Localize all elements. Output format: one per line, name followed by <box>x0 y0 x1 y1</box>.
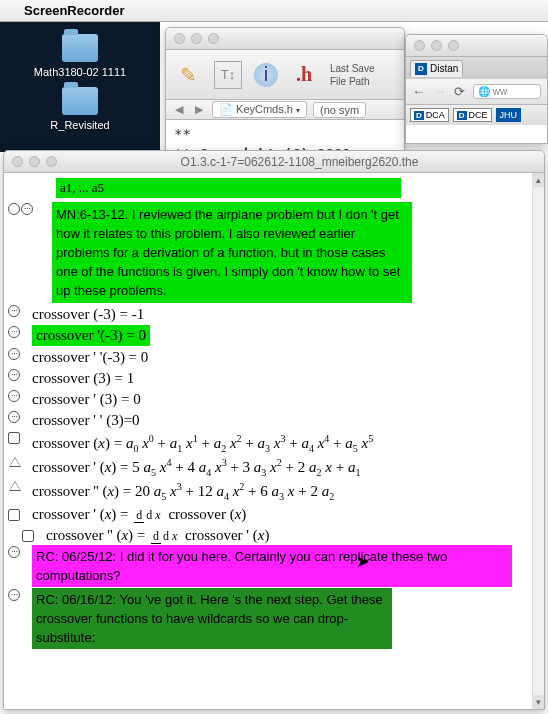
comment-icon[interactable] <box>21 203 33 215</box>
last-saved-label: Last Save <box>330 62 374 75</box>
menubar: ScreenRecorder <box>0 0 548 22</box>
folder-icon <box>62 34 98 62</box>
triangle-icon[interactable] <box>8 456 22 468</box>
editor-window: ✎ T↕ i .h Last Save File Path ◀ ▶ 📄 KeyC… <box>165 27 405 152</box>
editor-navbar: ◀ ▶ 📄 KeyCmds.h ▾ (no sym <box>166 100 404 120</box>
document-window: O1.3.c-1-7=062612-1108_mneiberg2620.the … <box>3 150 545 710</box>
forward-icon[interactable]: ▶ <box>192 103 206 116</box>
browser-window: D Distan ← → ⟳ 🌐 ww DDCA DDCE JHU <box>405 34 548 144</box>
site-icon: D <box>415 63 427 75</box>
comment-icon[interactable] <box>8 369 20 381</box>
comment-icon[interactable] <box>8 546 20 558</box>
browser-nav: ← → ⟳ 🌐 ww <box>406 79 547 105</box>
desktop-folder-r[interactable]: R_Revisited <box>30 87 130 132</box>
text-tool-icon[interactable]: T↕ <box>214 61 242 89</box>
equation-deriv2: crossover '' (x) = 20 a5 x3 + 12 a4 x2 +… <box>32 479 334 502</box>
note-rc2: RC: 06/16/12: You 've got it. Here 's th… <box>32 588 392 649</box>
comment-icon[interactable] <box>8 305 20 317</box>
checkbox-icon[interactable] <box>8 509 20 521</box>
equation-deriv1: crossover ' (x) = 5 a5 x4 + 4 a4 x3 + 3 … <box>32 455 360 478</box>
equation-rel2: crossover '' (x) = dd x crossover ' (x) <box>46 525 269 544</box>
bookmark-jhu[interactable]: JHU <box>496 108 522 122</box>
edit-icon[interactable]: ✎ <box>174 61 202 89</box>
browser-tabs: D Distan <box>406 57 547 79</box>
comment-icon[interactable] <box>8 348 20 360</box>
comment-icon[interactable] <box>8 589 20 601</box>
document-body[interactable]: a1, ... a5 MN:6-13-12. I reviewed the ai… <box>4 173 544 709</box>
bullet-icon[interactable] <box>8 203 20 215</box>
equation-line: crossover ' ' (3)=0 <box>32 410 140 429</box>
titlebar[interactable] <box>406 35 547 57</box>
equation-line: crossover ' '(-3) = 0 <box>32 347 148 366</box>
equation-poly: crossover (x) = a0 x0 + a1 x1 + a2 x2 + … <box>32 431 373 454</box>
back-icon[interactable]: ← <box>412 84 425 99</box>
comment-icon[interactable] <box>8 390 20 402</box>
equation-rel1: crossover ' (x) = dd x crossover (x) <box>32 504 246 523</box>
desktop-folder-math[interactable]: Math3180-02 1111 <box>30 34 130 79</box>
desktop-area: Math3180-02 1111 R_Revisited <box>0 22 160 152</box>
editor-toolbar: ✎ T↕ i .h Last Save File Path <box>166 50 404 100</box>
equation-line-highlighted: crossover '(-3) = 0 <box>32 325 150 346</box>
note-mn: MN:6-13-12. I reviewed the airplane prob… <box>52 202 412 303</box>
titlebar[interactable]: O1.3.c-1-7=062612-1108_mneiberg2620.the <box>4 151 544 173</box>
file-info: Last Save File Path <box>330 62 374 88</box>
scroll-down-icon[interactable]: ▾ <box>532 695 544 709</box>
folder-icon <box>62 87 98 115</box>
document-title: O1.3.c-1-7=062612-1108_mneiberg2620.the <box>63 155 536 169</box>
browser-tab[interactable]: D Distan <box>410 60 463 77</box>
comment-icon[interactable] <box>8 411 20 423</box>
bookmark-dca[interactable]: DDCA <box>410 108 449 122</box>
header-file-icon[interactable]: .h <box>290 61 318 89</box>
checkbox-icon[interactable] <box>8 432 20 444</box>
equation-line: crossover ' (3) = 0 <box>32 389 141 408</box>
info-icon[interactable]: i <box>254 63 278 87</box>
window-controls[interactable] <box>174 33 219 44</box>
scroll-up-icon[interactable]: ▴ <box>532 173 544 187</box>
bookmark-dce[interactable]: DDCE <box>453 108 492 122</box>
window-controls[interactable] <box>12 156 57 167</box>
app-name[interactable]: ScreenRecorder <box>24 3 124 18</box>
note-rc1: RC: 06/25/12: I did it for you here. Cer… <box>32 545 512 587</box>
file-dropdown[interactable]: 📄 KeyCmds.h ▾ <box>212 101 307 118</box>
scrollbar[interactable]: ▴ ▾ <box>532 173 544 709</box>
triangle-icon[interactable] <box>8 480 22 492</box>
titlebar[interactable] <box>166 28 404 50</box>
equation-line: crossover (3) = 1 <box>32 368 134 387</box>
reload-icon[interactable]: ⟳ <box>454 84 465 99</box>
top-fragment: a1, ... a5 <box>56 178 401 198</box>
forward-icon[interactable]: → <box>433 84 446 99</box>
equation-line: crossover (-3) = -1 <box>32 304 144 323</box>
checkbox-icon[interactable] <box>22 530 34 542</box>
symbol-dropdown[interactable]: (no sym <box>313 102 366 118</box>
tab-title: Distan <box>430 63 458 74</box>
url-bar[interactable]: 🌐 ww <box>473 84 541 99</box>
bookmarks-bar: DDCA DDCE JHU <box>406 105 547 125</box>
back-icon[interactable]: ◀ <box>172 103 186 116</box>
file-path-label: File Path <box>330 75 374 88</box>
window-controls[interactable] <box>414 40 459 51</box>
folder-label: Math3180-02 1111 <box>30 66 130 79</box>
comment-icon[interactable] <box>8 326 20 338</box>
code-line: ** <box>174 124 396 144</box>
folder-label: R_Revisited <box>30 119 130 132</box>
